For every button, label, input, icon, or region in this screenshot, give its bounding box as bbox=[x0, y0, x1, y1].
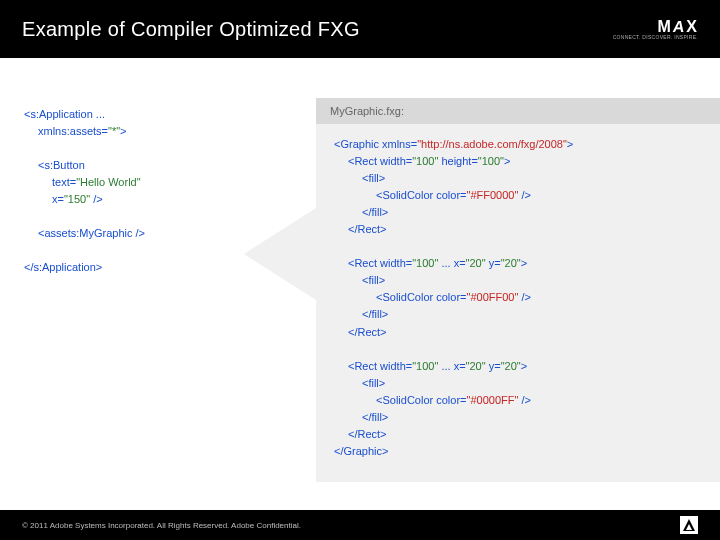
code-text: </fill> bbox=[362, 206, 388, 218]
adobe-logo-icon bbox=[680, 516, 698, 534]
max-logo-tagline: CONNECT. DISCOVER. INSPIRE. bbox=[613, 34, 698, 40]
code-text: </s:Application> bbox=[24, 261, 102, 273]
code-text: <Rect width= bbox=[348, 360, 412, 372]
code-text: "#00FF00" bbox=[467, 291, 519, 303]
fxg-panel: MyGraphic.fxg: <Graphic xmlns="http://ns… bbox=[316, 98, 720, 482]
code-text: height= bbox=[438, 155, 477, 167]
code-text: "20" bbox=[501, 257, 521, 269]
code-text: ... x= bbox=[438, 360, 465, 372]
code-text: </Rect> bbox=[348, 428, 387, 440]
code-text: x= bbox=[52, 193, 64, 205]
code-text: /> bbox=[518, 189, 531, 201]
code-text: <s:Button bbox=[38, 159, 85, 171]
code-text: <assets:MyGraphic /> bbox=[38, 227, 145, 239]
fxg-filename: MyGraphic.fxg: bbox=[316, 98, 720, 124]
code-text: </fill> bbox=[362, 411, 388, 423]
code-text: <fill> bbox=[362, 377, 385, 389]
slide-footer: © 2011 Adobe Systems Incorporated. All R… bbox=[0, 510, 720, 540]
code-text: "#0000FF" bbox=[467, 394, 519, 406]
code-text: "*" bbox=[108, 125, 120, 137]
code-text: y= bbox=[486, 360, 501, 372]
slide-content: <s:Application ... xmlns:assets="*"> <s:… bbox=[0, 58, 720, 510]
code-text: </Rect> bbox=[348, 223, 387, 235]
code-text: "#FF0000" bbox=[467, 189, 519, 201]
code-text: /> bbox=[90, 193, 103, 205]
code-text: text= bbox=[52, 176, 76, 188]
callout-arrow-icon bbox=[244, 208, 316, 300]
code-text: "20" bbox=[501, 360, 521, 372]
code-text: > bbox=[521, 360, 527, 372]
code-text: <fill> bbox=[362, 172, 385, 184]
code-text: <SolidColor color= bbox=[376, 394, 467, 406]
code-text: "100" bbox=[412, 155, 438, 167]
code-text: <Graphic xmlns= bbox=[334, 138, 417, 150]
code-text: /> bbox=[518, 291, 531, 303]
code-text: > bbox=[567, 138, 573, 150]
mxml-code-block: <s:Application ... xmlns:assets="*"> <s:… bbox=[24, 106, 145, 276]
max-logo: MAX CONNECT. DISCOVER. INSPIRE. bbox=[613, 18, 698, 40]
code-text: "150" bbox=[64, 193, 90, 205]
fxg-code-block: <Graphic xmlns="http://ns.adobe.com/fxg/… bbox=[316, 124, 720, 472]
code-text: "http://ns.adobe.com/fxg/2008" bbox=[417, 138, 567, 150]
code-text: </Graphic> bbox=[334, 445, 388, 457]
code-text: "100" bbox=[478, 155, 504, 167]
code-text: "100" bbox=[412, 360, 438, 372]
copyright-text: © 2011 Adobe Systems Incorporated. All R… bbox=[22, 521, 301, 530]
code-text: "Hello World" bbox=[76, 176, 140, 188]
code-text: xmlns:assets= bbox=[38, 125, 108, 137]
code-text: > bbox=[521, 257, 527, 269]
code-text: /> bbox=[518, 394, 531, 406]
code-text: </fill> bbox=[362, 308, 388, 320]
code-text: <Rect width= bbox=[348, 257, 412, 269]
code-text: "20" bbox=[466, 360, 486, 372]
slide-title: Example of Compiler Optimized FXG bbox=[22, 18, 360, 41]
code-text: <SolidColor color= bbox=[376, 291, 467, 303]
slide-header: Example of Compiler Optimized FXG MAX CO… bbox=[0, 0, 720, 58]
code-text: <fill> bbox=[362, 274, 385, 286]
code-text: <Rect width= bbox=[348, 155, 412, 167]
code-text: ... x= bbox=[438, 257, 465, 269]
code-text: <s:Application ... bbox=[24, 108, 105, 120]
code-text: "100" bbox=[412, 257, 438, 269]
code-text: > bbox=[504, 155, 510, 167]
code-text: <SolidColor color= bbox=[376, 189, 467, 201]
code-text: > bbox=[120, 125, 126, 137]
code-text: </Rect> bbox=[348, 326, 387, 338]
code-text: "20" bbox=[466, 257, 486, 269]
code-text: y= bbox=[486, 257, 501, 269]
